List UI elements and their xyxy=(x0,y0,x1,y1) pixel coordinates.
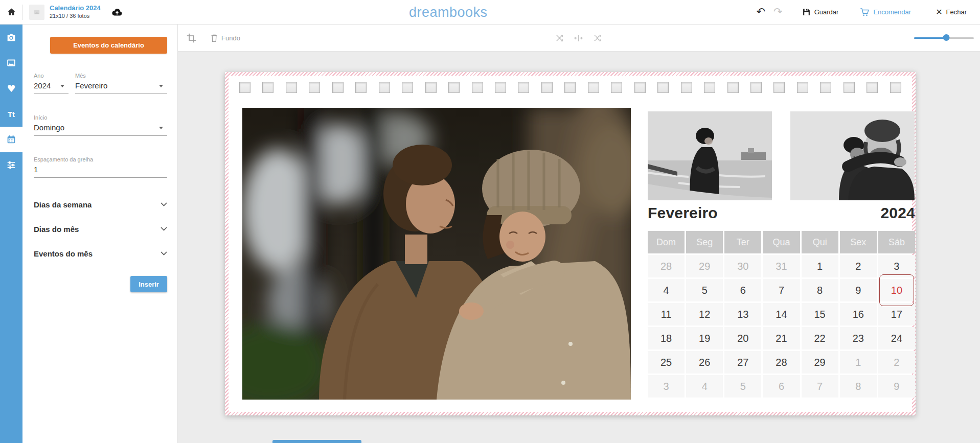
align-center-icon[interactable] xyxy=(574,33,583,43)
day-cell[interactable]: 22 xyxy=(802,327,838,349)
section-month-events[interactable]: Eventos do mês xyxy=(34,241,167,266)
close-button[interactable]: ✕ Fechar xyxy=(936,7,967,17)
day-cell[interactable]: 17 xyxy=(878,303,915,325)
day-number: 29 xyxy=(699,261,710,272)
calendar-year-title[interactable]: 2024 xyxy=(880,204,915,222)
day-cell[interactable]: 26 xyxy=(686,351,723,374)
weekday-header-cell: Sáb xyxy=(878,231,915,253)
day-cell[interactable]: 27 xyxy=(724,351,761,374)
sidebar-item-photos[interactable] xyxy=(0,25,22,50)
insert-button[interactable]: Inserir xyxy=(130,276,167,292)
sidebar-item-images[interactable] xyxy=(0,50,22,76)
day-cell[interactable]: 15 xyxy=(802,303,838,325)
day-cell[interactable]: 18 xyxy=(648,327,685,349)
day-cell[interactable]: 12 xyxy=(686,303,723,325)
calendar-page-content: Fevereiro 2024 DomSegTerQuaQuiSexSáb 282… xyxy=(229,76,912,412)
day-cell[interactable]: 9 xyxy=(840,279,877,301)
year-month-row: Ano 2024 Mês Fevereiro xyxy=(34,73,167,94)
day-cell[interactable]: 1 xyxy=(802,255,838,277)
order-button[interactable]: Encomendar xyxy=(860,7,911,17)
day-cell[interactable]: 25 xyxy=(648,351,685,374)
day-cell[interactable]: 5 xyxy=(724,375,761,398)
page-tab-indicator[interactable] xyxy=(272,440,361,443)
section-label: Dias da semana xyxy=(34,200,92,209)
shuffle-icon[interactable] xyxy=(592,33,602,43)
grid-spacing-input[interactable]: Espaçamento da grelha 1 xyxy=(34,156,167,178)
day-cell[interactable]: 7 xyxy=(802,375,838,398)
month-select[interactable]: Mês Fevereiro xyxy=(75,73,167,94)
undo-button[interactable]: ↶ xyxy=(756,7,765,17)
weekday-header-cell: Dom xyxy=(648,231,685,253)
day-number: 4 xyxy=(664,285,669,296)
day-cell[interactable]: 16 xyxy=(840,303,877,325)
day-cell[interactable]: 5 xyxy=(686,279,723,301)
day-cell[interactable]: 14 xyxy=(763,303,800,325)
mini-photo-1[interactable] xyxy=(648,111,772,200)
project-thumbnail[interactable] xyxy=(29,5,44,20)
day-cell[interactable]: 4 xyxy=(686,375,723,398)
calendar-page[interactable]: Fevereiro 2024 DomSegTerQuaQuiSexSáb 282… xyxy=(225,72,916,415)
day-cell[interactable]: 21 xyxy=(763,327,800,349)
swap-diagonal-icon[interactable] xyxy=(555,33,564,43)
redo-button[interactable]: ↷ xyxy=(773,7,783,17)
day-cell[interactable]: 29 xyxy=(686,255,723,277)
day-cell[interactable]: 19 xyxy=(686,327,723,349)
week-start-select[interactable]: Início Domingo xyxy=(34,114,167,136)
punch-hole xyxy=(309,82,320,93)
day-cell[interactable]: 8 xyxy=(802,279,838,301)
day-cell[interactable]: 3 xyxy=(648,375,685,398)
sync-status-button[interactable] xyxy=(111,6,123,18)
year-select[interactable]: Ano 2024 xyxy=(34,73,69,94)
zoom-slider-thumb[interactable] xyxy=(943,34,950,41)
day-cell[interactable]: 6 xyxy=(763,375,800,398)
chevron-down-icon xyxy=(159,85,163,87)
day-cell[interactable]: 8 xyxy=(840,375,877,398)
day-cell[interactable]: 2 xyxy=(878,351,915,374)
day-cell[interactable]: 10 xyxy=(878,279,915,301)
day-cell[interactable]: 1 xyxy=(840,351,877,374)
mini-photo-2[interactable] xyxy=(790,111,915,200)
beach-photo-illustration xyxy=(648,111,772,200)
day-cell[interactable]: 23 xyxy=(840,327,877,349)
day-cell[interactable]: 9 xyxy=(878,375,915,398)
grid-spacing-label: Espaçamento da grelha xyxy=(34,156,167,162)
day-cell[interactable]: 24 xyxy=(878,327,915,349)
sidebar-item-favorites[interactable]: ♥ xyxy=(0,76,22,101)
day-cell[interactable]: 6 xyxy=(724,279,761,301)
day-cell[interactable]: 20 xyxy=(724,327,761,349)
sidebar-item-text[interactable]: Tt xyxy=(0,101,22,127)
year-value: 2024 xyxy=(34,81,69,94)
calendar-title-row[interactable]: Fevereiro 2024 xyxy=(648,204,915,222)
sidebar-item-settings[interactable] xyxy=(0,152,22,178)
day-cell[interactable]: 28 xyxy=(648,255,685,277)
day-cell[interactable]: 29 xyxy=(802,351,838,374)
background-delete-button[interactable]: Fundo xyxy=(210,34,240,42)
month-value: Fevereiro xyxy=(75,81,167,94)
section-month-days[interactable]: Dias do mês xyxy=(34,217,167,241)
day-cell[interactable]: 2 xyxy=(840,255,877,277)
sidebar-item-calendar[interactable] xyxy=(0,127,22,152)
crop-icon[interactable] xyxy=(186,33,197,43)
calendar-events-button[interactable]: Eventos do calendário xyxy=(50,37,167,54)
day-number: 25 xyxy=(660,357,672,368)
day-cell[interactable]: 13 xyxy=(724,303,761,325)
day-number: 5 xyxy=(702,285,708,296)
calendar-month-title[interactable]: Fevereiro xyxy=(648,204,718,222)
punch-hole xyxy=(750,82,762,93)
day-number: 23 xyxy=(853,333,864,344)
main-photo[interactable] xyxy=(242,108,631,400)
day-cell[interactable]: 28 xyxy=(763,351,800,374)
day-cell[interactable]: 7 xyxy=(763,279,800,301)
day-number: 9 xyxy=(855,285,861,296)
section-weekdays[interactable]: Dias da semana xyxy=(34,192,167,217)
day-cell[interactable]: 11 xyxy=(648,303,685,325)
zoom-slider[interactable] xyxy=(914,34,974,41)
day-cell[interactable]: 31 xyxy=(763,255,800,277)
chevron-down-icon xyxy=(161,202,167,206)
cloud-upload-icon xyxy=(111,6,123,18)
day-cell[interactable]: 30 xyxy=(724,255,761,277)
save-button[interactable]: Guardar xyxy=(802,8,839,16)
day-cell[interactable]: 4 xyxy=(648,279,685,301)
day-number: 31 xyxy=(776,261,787,272)
home-button[interactable] xyxy=(0,0,22,24)
